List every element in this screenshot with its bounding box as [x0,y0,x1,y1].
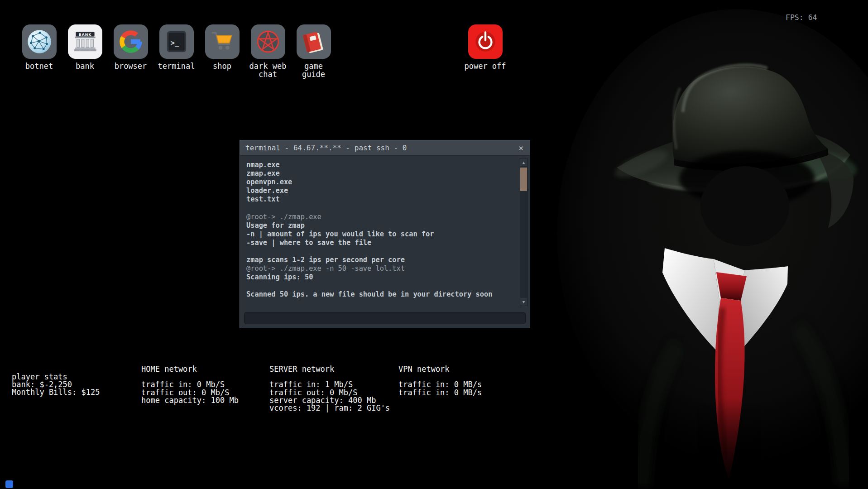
bank-building-icon: BANK [68,24,102,59]
terminal-line: openvpn.exe [246,178,518,187]
desktop-icon-browser[interactable]: browser [108,24,153,78]
terminal-line: loader.exe [246,187,518,195]
terminal-command-input[interactable] [244,312,526,324]
icon-label-browser: browser [115,62,147,70]
scroll-up-icon[interactable]: ▲ [520,158,527,166]
fps-counter: FPS: 64 [786,13,817,22]
google-g-icon [114,24,148,59]
power-icon [468,24,503,59]
desktop-icon-game-guide[interactable]: game guide [291,24,336,78]
terminal-line: -n | amount of ips you would like to sca… [246,230,518,239]
desktop-icons: botnet BANK bank [16,24,336,78]
terminal-line [246,282,518,290]
scrollbar-thumb[interactable] [520,168,527,191]
stats-title: SERVER network [269,365,390,373]
icon-label-game-guide: game guide [291,62,336,78]
terminal-line-prompt: @root-> ./zmap.exe [246,213,518,221]
icon-label-terminal: terminal [158,62,195,70]
stat-traffic-in-2: traffic in: 0 MB/s [398,389,482,397]
taskbar-indicator[interactable] [5,480,13,488]
scroll-down-icon[interactable]: ▼ [520,298,527,306]
server-network-panel: SERVER network traffic in: 1 Mb/S traffi… [269,365,390,412]
terminal-prompt-glyph: >_ [170,39,179,47]
stat-home-capacity: home capacity: 100 Mb [141,397,239,404]
terminal-line [246,247,518,256]
close-icon[interactable]: × [518,143,524,153]
red-book-icon [297,24,331,59]
stats-title: HOME network [141,365,239,373]
terminal-line: nmap.exe [246,161,518,169]
vpn-network-panel: VPN network traffic in: 0 MB/s traffic i… [398,365,482,397]
terminal-line: Usage for zmap [246,221,518,230]
icon-label-dark-web-chat: dark web chat [245,62,291,78]
terminal-line: zmap.exe [246,169,518,178]
icon-label-power-off: power off [464,62,506,70]
terminal-line-prompt: @root-> ./zmap.exe -n 50 -save lol.txt [246,264,518,273]
terminal-line: -save | where to save the file [246,239,518,247]
player-stats-panel: player stats bank: $-2,250 Monthly Bills… [12,373,100,397]
stat-monthly-bills: Monthly Bills: $125 [12,388,100,396]
terminal-line: Scanned 50 ips. a new file should be in … [246,290,518,299]
pentagram-icon [251,24,285,59]
terminal-line [246,204,518,212]
botnet-globe-icon [22,24,57,59]
stat-traffic-in: traffic in: 1 Mb/S [269,381,390,388]
terminal-window: terminal - 64.67.**.** - past ssh - 0 × … [240,140,530,328]
stat-vcores-ram: vcores: 192 | ram: 2 GIG's [269,404,390,412]
terminal-title: terminal - 64.67.**.** - past ssh - 0 [245,144,518,152]
terminal-output: nmap.exe zmap.exe openvpn.exe loader.exe… [241,156,518,308]
terminal-line: zmap scans 1-2 ips per second per core [246,256,518,264]
desktop-icon-botnet[interactable]: botnet [16,24,62,78]
desktop-icon-bank[interactable]: BANK bank [62,24,108,78]
shopping-cart-icon [205,24,240,59]
stats-title: VPN network [398,365,482,373]
bank-sign-text: BANK [78,33,91,37]
terminal-line: test.txt [246,195,518,204]
icon-label-botnet: botnet [25,62,53,70]
desktop-icon-dark-web-chat[interactable]: dark web chat [245,24,291,78]
icon-label-bank: bank [76,62,94,70]
terminal-line: Scanning ips: 50 [246,273,518,282]
terminal-titlebar[interactable]: terminal - 64.67.**.** - past ssh - 0 × [240,140,530,156]
stat-traffic-in: traffic in: 0 MB/s [398,381,482,388]
home-network-panel: HOME network traffic in: 0 Mb/S traffic … [141,365,239,404]
desktop-icon-shop[interactable]: shop [199,24,245,78]
noir-figure-background [543,0,868,489]
desktop-icon-terminal[interactable]: >_ terminal [153,24,199,78]
terminal-scrollbar[interactable]: ▲ ▼ [520,158,528,306]
icon-label-shop: shop [213,62,231,70]
stat-traffic-in: traffic in: 0 Mb/S [141,381,239,388]
terminal-prompt-icon: >_ [159,24,194,59]
desktop-icon-power-off[interactable]: power off [462,24,508,70]
